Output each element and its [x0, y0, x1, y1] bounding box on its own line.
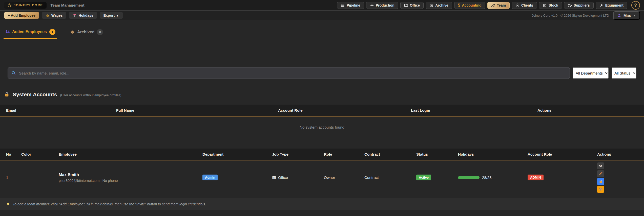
nav-label: Office [410, 3, 420, 7]
nav-label: Equipment [605, 3, 624, 7]
col-account-role: Account Role [278, 108, 411, 112]
tab-archived[interactable]: Archived 0 [69, 27, 105, 39]
col-job-type: Job Type [272, 152, 324, 156]
page-title: Team Management [51, 3, 85, 7]
action-toolbar: + Add Employee $ Wages Holidays Export ▼… [0, 11, 644, 20]
status-filter-select[interactable]: All Status [612, 67, 636, 79]
wages-label: Wages [51, 13, 63, 17]
user-avatar-icon [617, 13, 621, 17]
nav-accounting[interactable]: $ Accounting [454, 2, 485, 9]
nav-suppliers[interactable]: Suppliers [564, 2, 594, 9]
nav-production[interactable]: Production [366, 2, 398, 9]
bar-chart-icon [272, 176, 276, 180]
package-icon [599, 187, 603, 191]
tab-label: Archived [77, 30, 94, 34]
col-role: Role [324, 152, 364, 156]
beach-umbrella-icon [73, 13, 77, 17]
lightbulb-icon [6, 202, 10, 206]
archive-button[interactable] [597, 186, 604, 193]
sun-gear-icon [370, 3, 374, 7]
employee-contact: piter3009@btinternet.com | No phone [59, 179, 202, 183]
section-subtitle: (User accounts without employee profiles… [60, 93, 121, 97]
nav-label: Stock [549, 3, 558, 7]
export-button[interactable]: Export ▼ [100, 12, 123, 19]
user-name: Max [624, 13, 631, 18]
tab-active-employees[interactable]: Active Employees 1 [4, 27, 57, 39]
employees-table-header: No Color Employee Department Job Type Ro… [0, 149, 644, 160]
col-contract: Contract [364, 152, 416, 156]
search-icon [11, 71, 16, 75]
nav-equipment[interactable]: Equipment [596, 2, 627, 9]
main-nav: Pipeline Production Office Archive $ Acc… [337, 2, 627, 9]
nav-pipeline[interactable]: Pipeline [337, 2, 364, 9]
nav-label: Production [376, 3, 394, 7]
section-title: System Accounts [13, 91, 57, 98]
nav-office[interactable]: Office [400, 2, 424, 9]
help-button[interactable]: ? [631, 1, 640, 10]
edit-button[interactable] [597, 170, 604, 177]
col-no: No [6, 152, 21, 156]
lock-icon [599, 179, 603, 183]
svg-text:$: $ [47, 15, 48, 17]
nav-label: Suppliers [574, 3, 590, 7]
archive-box-icon [429, 3, 433, 7]
col-actions: Actions [597, 152, 644, 156]
employee-name: Max Smith [59, 173, 202, 177]
credentials-button[interactable] [597, 178, 604, 185]
pencil-icon [599, 172, 603, 176]
view-button[interactable] [597, 162, 604, 169]
search-wrap [8, 67, 570, 79]
nav-label: Archive [435, 3, 448, 7]
people-icon [491, 3, 495, 7]
col-actions: Actions [537, 108, 644, 112]
active-count-badge: 1 [49, 29, 55, 35]
nav-team[interactable]: Team [487, 2, 510, 9]
system-accounts-table-header: Email Full Name Account Role Last Login … [0, 105, 644, 116]
filter-row: All Departments All Status [8, 67, 636, 79]
nav-label: Clients [521, 3, 533, 7]
nav-stock[interactable]: Stock [539, 2, 562, 9]
row-number: 1 [6, 175, 21, 180]
bag-icon [543, 3, 547, 7]
wages-button[interactable]: $ Wages [42, 12, 67, 19]
dollar-icon: $ [458, 3, 460, 7]
holidays-label: Holidays [78, 13, 93, 17]
version-text: Joinery Core v1.0 · © 2026 Skylon Develo… [532, 14, 609, 17]
search-input[interactable] [8, 67, 570, 79]
chevron-down-icon: ▼ [633, 14, 636, 17]
toolbar-right: Joinery Core v1.0 · © 2026 Skylon Develo… [532, 11, 640, 20]
wrench-icon [599, 3, 604, 7]
folder-icon [404, 3, 408, 7]
holidays-button[interactable]: Holidays [69, 12, 97, 19]
archived-count-badge: 0 [97, 29, 103, 35]
hexagon-logo-icon [8, 3, 12, 7]
lock-icon [4, 92, 10, 97]
tab-label: Active Employees [12, 30, 47, 34]
col-full-name: Full Name [116, 108, 278, 112]
system-accounts-header: System Accounts (User accounts without e… [4, 91, 644, 98]
top-bar: JOINERY CORE Team Management Pipeline Pr… [0, 0, 644, 11]
col-last-login: Last Login [411, 108, 537, 112]
table-row: 1 Max Smith piter3009@btinternet.com | N… [0, 160, 644, 195]
col-status: Status [416, 152, 458, 156]
nav-clients[interactable]: Clients [512, 2, 537, 9]
department-badge: Admin [202, 175, 218, 180]
nav-archive[interactable]: Archive [426, 2, 452, 9]
tab-bar: Active Employees 1 Archived 0 [0, 23, 644, 39]
package-icon [70, 30, 75, 34]
money-bag-icon: $ [46, 13, 50, 17]
status-badge: Active [416, 175, 431, 180]
employee-contract: Contract [364, 175, 416, 180]
system-accounts-empty-state: No system accounts found [0, 116, 644, 138]
nav-label: Accounting [462, 3, 482, 7]
job-type: Office [278, 175, 288, 180]
holidays-value: 28/28 [482, 175, 492, 180]
nav-label: Team [497, 3, 506, 7]
department-filter-select[interactable]: All Departments [573, 67, 609, 79]
account-role-badge: ADMIN [528, 175, 544, 180]
nav-label: Pipeline [347, 3, 360, 7]
logo-text: JOINERY CORE [14, 3, 43, 7]
user-menu-button[interactable]: Max ▼ [613, 11, 640, 20]
add-employee-button[interactable]: + Add Employee [4, 12, 39, 19]
col-email: Email [6, 108, 116, 112]
